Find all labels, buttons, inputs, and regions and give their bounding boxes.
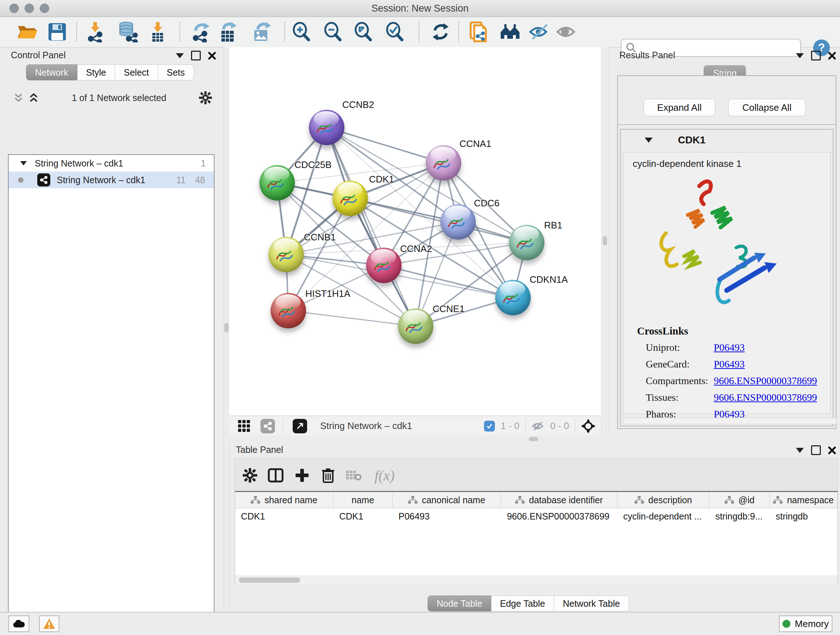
save-session-button[interactable] xyxy=(46,21,68,43)
node-ccne1[interactable] xyxy=(398,309,433,344)
collapse-all-icon[interactable] xyxy=(28,92,39,103)
close-panel-icon[interactable] xyxy=(208,52,216,60)
column-header-namespace[interactable]: namespace xyxy=(770,492,837,508)
export-network-button[interactable] xyxy=(190,21,212,43)
network-collection-row[interactable]: String Network – cdk1 1 xyxy=(9,155,214,172)
right-splitter-handle[interactable] xyxy=(603,236,607,245)
tab-sets[interactable]: Sets xyxy=(158,65,194,80)
show-columns-button[interactable] xyxy=(265,465,286,486)
zoom-selected-button[interactable] xyxy=(384,21,406,43)
bottom-splitter-handle[interactable] xyxy=(529,437,538,441)
table-cell[interactable]: P06493 xyxy=(393,508,501,524)
import-table-button[interactable] xyxy=(147,21,169,43)
eye-button[interactable] xyxy=(555,21,577,43)
column-header-database-identifier[interactable]: database identifier xyxy=(501,492,617,508)
open-in-new-icon[interactable] xyxy=(293,419,307,433)
duplicate-network-button[interactable] xyxy=(467,21,490,43)
float-panel-icon[interactable] xyxy=(811,445,821,455)
node-cdc25b[interactable] xyxy=(259,165,295,201)
selected-checkbox-icon[interactable] xyxy=(484,421,495,432)
table-header-row: shared namename canonical name database … xyxy=(235,492,837,508)
node-ccna2[interactable] xyxy=(366,248,401,283)
tab-edge-table[interactable]: Edge Table xyxy=(491,595,554,611)
gene-section-header[interactable]: CDK1 xyxy=(621,130,833,150)
network-canvas[interactable]: CCNB2 CCNA1 CDC25B CDK1 xyxy=(229,47,601,416)
delete-column-button[interactable] xyxy=(318,465,338,486)
node-rb1[interactable] xyxy=(509,225,545,260)
table-cell[interactable]: stringdb:9... xyxy=(709,508,770,524)
import-network-db-button[interactable] xyxy=(116,21,139,43)
expand-all-button[interactable]: Expand All xyxy=(644,99,715,116)
expand-all-icon[interactable] xyxy=(13,92,24,103)
collapse-panel-icon[interactable] xyxy=(796,53,804,58)
crosslink-link[interactable]: P06493 xyxy=(714,342,745,353)
cloud-button[interactable] xyxy=(8,616,29,632)
collapse-panel-icon[interactable] xyxy=(796,448,804,453)
tab-style[interactable]: Style xyxy=(77,65,115,80)
tab-network[interactable]: Network xyxy=(26,65,77,80)
memory-button[interactable]: Memory xyxy=(779,616,832,632)
table-cell[interactable]: CDK1 xyxy=(333,508,393,524)
collection-expander-icon[interactable] xyxy=(20,161,27,165)
tab-network-table[interactable]: Network Table xyxy=(554,595,629,611)
node-cdkn1a[interactable] xyxy=(495,280,531,315)
float-panel-icon[interactable] xyxy=(191,51,201,60)
column-header-shared-name[interactable]: shared name xyxy=(235,492,333,508)
birdseye-icon[interactable] xyxy=(581,419,595,433)
node-ccnb2[interactable] xyxy=(309,110,344,145)
column-header-name[interactable]: name xyxy=(333,492,393,508)
collapse-panel-icon[interactable] xyxy=(176,53,184,58)
crosslink-link[interactable]: 9606.ENSP00000378699 xyxy=(714,392,817,403)
collapse-all-button[interactable]: Collapse All xyxy=(728,99,806,116)
column-header-@id[interactable]: @id xyxy=(709,492,770,508)
refresh-button[interactable] xyxy=(429,21,452,43)
tab-node-table[interactable]: Node Table xyxy=(428,595,491,611)
home-button[interactable] xyxy=(499,21,521,43)
table-hscrollbar-thumb[interactable] xyxy=(239,578,300,583)
export-table-button[interactable] xyxy=(217,21,239,43)
node-label-hist1h1a: HIST1H1A xyxy=(305,288,350,299)
column-header-description[interactable]: description xyxy=(617,492,710,508)
add-column-button[interactable] xyxy=(292,465,312,486)
tab-select[interactable]: Select xyxy=(115,65,158,80)
close-panel-icon[interactable] xyxy=(828,52,836,60)
import-network-button[interactable] xyxy=(84,21,106,43)
table-cell[interactable]: 9606.ENSP00000378699 xyxy=(501,508,617,524)
delete-table-button[interactable] xyxy=(343,465,363,486)
network-row[interactable]: String Network – cdk1 11 48 xyxy=(9,172,214,188)
protein-thumbnail-icon xyxy=(264,174,290,194)
zoom-out-button[interactable] xyxy=(322,21,344,43)
gear-icon[interactable] xyxy=(199,91,212,104)
title-bar: Session: New Session xyxy=(0,0,840,17)
crosslink-link[interactable]: P06493 xyxy=(714,358,745,370)
show-all-button[interactable] xyxy=(528,21,551,43)
column-header-canonical-name[interactable]: canonical name xyxy=(393,492,501,508)
node-hist1h1a[interactable] xyxy=(271,293,306,328)
node-cdc6[interactable] xyxy=(440,204,476,240)
table-hscrollbar[interactable] xyxy=(235,576,837,585)
hidden-eye-slash-icon[interactable] xyxy=(531,421,545,432)
node-cdk1[interactable] xyxy=(332,181,368,216)
table-cell[interactable]: CDK1 xyxy=(235,508,333,524)
export-image-button[interactable] xyxy=(251,21,273,43)
zoom-in-button[interactable] xyxy=(290,21,313,43)
node-ccnb1[interactable] xyxy=(268,237,304,272)
table-settings-button[interactable] xyxy=(240,465,260,486)
table-row[interactable]: CDK1CDK1P064939606.ENSP00000378699cyclin… xyxy=(235,508,837,524)
table-cell[interactable]: stringdb xyxy=(770,508,837,524)
grid-mode-icon[interactable] xyxy=(237,419,251,433)
node-ccna1[interactable] xyxy=(426,145,461,181)
warning-button[interactable] xyxy=(39,616,59,632)
network-share-icon[interactable] xyxy=(261,419,275,433)
gene-scrollbar[interactable] xyxy=(623,418,836,424)
float-panel-icon[interactable] xyxy=(811,51,821,60)
left-splitter-handle[interactable] xyxy=(224,323,229,333)
close-panel-icon[interactable] xyxy=(828,447,836,454)
open-session-button[interactable] xyxy=(16,21,38,43)
zoom-fit-button[interactable] xyxy=(352,21,374,43)
crosslink-link[interactable]: 9606.ENSP00000378699 xyxy=(714,375,817,386)
function-builder-button[interactable]: f(x) xyxy=(369,465,400,486)
table-cell[interactable]: cyclin-dependent ... xyxy=(617,508,710,524)
edge-count: 48 xyxy=(195,175,205,185)
gene-expander-icon[interactable] xyxy=(645,138,653,143)
